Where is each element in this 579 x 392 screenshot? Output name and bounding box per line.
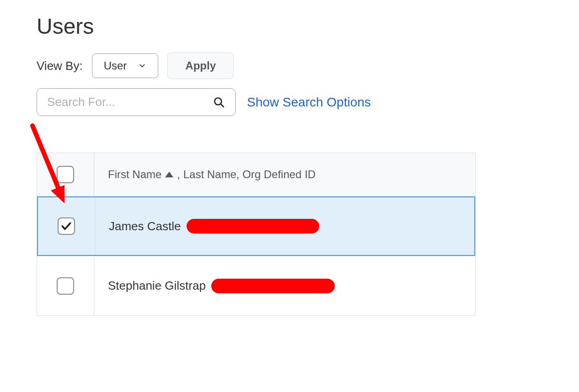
select-all-cell bbox=[37, 153, 94, 196]
search-icon[interactable] bbox=[213, 96, 225, 108]
search-input[interactable] bbox=[47, 95, 213, 109]
show-search-options-link[interactable]: Show Search Options bbox=[247, 95, 371, 110]
redacted-text bbox=[211, 279, 335, 293]
sort-ascending-icon bbox=[165, 171, 173, 178]
search-row: Show Search Options bbox=[37, 88, 542, 116]
svg-line-1 bbox=[221, 104, 224, 106]
sort-column-label: First Name bbox=[108, 168, 161, 181]
filter-controls: View By: User Apply bbox=[37, 53, 542, 79]
table-row[interactable]: Stephanie Gilstrap bbox=[37, 256, 475, 315]
search-box bbox=[37, 88, 236, 116]
page-title: Users bbox=[37, 14, 542, 39]
user-name: James Castle bbox=[109, 219, 181, 233]
view-by-label: View By: bbox=[37, 59, 83, 73]
user-name: Stephanie Gilstrap bbox=[108, 279, 206, 293]
users-table: First Name , Last Name, Org Defined ID J… bbox=[37, 153, 476, 316]
select-all-checkbox[interactable] bbox=[57, 166, 74, 183]
chevron-down-icon bbox=[138, 62, 146, 70]
view-by-dropdown[interactable]: User bbox=[92, 53, 159, 78]
check-icon bbox=[60, 220, 72, 232]
row-content: Stephanie Gilstrap bbox=[94, 279, 475, 293]
row-checkbox-cell bbox=[38, 197, 95, 255]
row-checkbox[interactable] bbox=[58, 217, 75, 235]
column-header-rest: , Last Name, Org Defined ID bbox=[177, 168, 316, 181]
row-checkbox[interactable] bbox=[57, 277, 74, 295]
table-header: First Name , Last Name, Org Defined ID bbox=[37, 153, 475, 196]
svg-marker-4 bbox=[165, 172, 173, 178]
row-checkbox-cell bbox=[37, 256, 94, 315]
row-content: James Castle bbox=[95, 219, 474, 233]
redacted-text bbox=[187, 219, 319, 233]
column-header[interactable]: First Name , Last Name, Org Defined ID bbox=[94, 168, 475, 181]
table-row[interactable]: James Castle bbox=[37, 196, 475, 256]
apply-button[interactable]: Apply bbox=[167, 53, 234, 79]
view-by-value: User bbox=[104, 59, 127, 72]
